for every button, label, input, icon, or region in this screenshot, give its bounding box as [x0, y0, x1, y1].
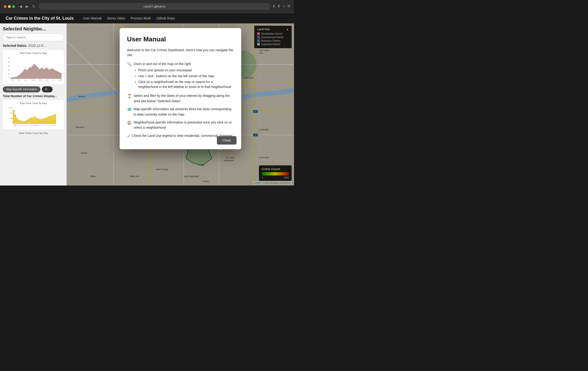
address-bar[interactable] [40, 3, 270, 10]
crime-date-chart-container: Total Crime Count by Date 50 40 30 20 10… [3, 50, 64, 84]
svg-rect-33 [24, 121, 25, 124]
svg-text:40: 40 [8, 61, 10, 63]
crime-date-chart-svg: 50 40 30 20 10 0 [5, 55, 62, 81]
svg-rect-50 [54, 114, 56, 124]
nav-user-manual[interactable]: User Manual [83, 16, 101, 20]
svg-rect-45 [45, 117, 47, 124]
traffic-lights [4, 5, 15, 8]
app-header: Car Crimes in the City of St. Louis User… [0, 13, 294, 23]
new-tab-icon[interactable]: ＋ [282, 4, 286, 9]
main-content: Selected Neighbo... Selected Dates: 2020… [0, 23, 294, 186]
selected-dates-label: Selected Dates: [3, 44, 27, 47]
nav-github-repo[interactable]: Github Repo [157, 16, 175, 20]
svg-rect-41 [38, 119, 40, 124]
svg-text:April: April [45, 79, 48, 81]
svg-rect-38 [33, 117, 34, 124]
back-button[interactable]: ◀ [18, 3, 23, 10]
svg-rect-27 [13, 110, 14, 124]
svg-text:0: 0 [9, 77, 10, 78]
nav-demo-video[interactable]: Demo Video [107, 16, 125, 20]
close-traffic-light[interactable] [4, 5, 7, 8]
zoom-sub-2: Use + and - buttons on the top left corn… [138, 74, 234, 79]
modal-item-zoom-text: Zoom in and out of the map on the right [134, 62, 191, 66]
svg-text:10: 10 [8, 73, 10, 75]
svg-rect-32 [22, 121, 24, 124]
svg-rect-48 [51, 116, 52, 124]
svg-text:0: 0 [11, 122, 12, 124]
svg-text:11: 11 [55, 125, 56, 126]
zoom-sub-3: Click on a neighborhood on the map or se… [138, 79, 234, 89]
download-icon[interactable]: ⬇ [272, 4, 275, 9]
svg-text:2: 2 [17, 125, 18, 126]
svg-rect-40 [36, 118, 38, 124]
svg-text:20: 20 [8, 69, 10, 71]
sidebar-neighborhood-title: Selected Neighbo... [3, 26, 64, 32]
app-container: Car Crimes in the City of St. Louis User… [0, 13, 294, 186]
zoom-sub-1: Pinch and spread on your mousepad [138, 68, 234, 73]
forward-button[interactable]: ▶ [24, 3, 30, 10]
svg-text:10: 10 [53, 125, 54, 126]
svg-rect-44 [43, 118, 45, 124]
svg-text:4: 4 [21, 125, 21, 126]
app-title: Car Crimes in the City of St. Louis [6, 16, 74, 21]
browser-chrome: ◀ ▶ ↻ ⬇ ⬆ ＋ ⧉ [0, 0, 294, 13]
svg-text:October: October [31, 79, 36, 81]
svg-text:12PM: 12PM [34, 125, 37, 126]
modal-item-dates-text: Select and filter by the dates of your i… [134, 93, 234, 104]
svg-rect-39 [35, 117, 36, 124]
tabs-icon[interactable]: ⧉ [288, 4, 290, 9]
map-icon: 🗺️ [127, 106, 132, 112]
svg-rect-37 [31, 117, 32, 124]
svg-text:10: 10 [31, 125, 32, 126]
svg-text:6: 6 [46, 125, 47, 126]
nav-process-book[interactable]: Process Book [131, 16, 151, 20]
modal-instructions-list: 🔍 Zoom in and out of the map on the righ… [127, 61, 234, 139]
svg-text:6: 6 [24, 125, 25, 126]
svg-rect-29 [17, 118, 18, 124]
modal-item-zoom-content: Zoom in and out of the map on the right … [134, 61, 234, 90]
svg-rect-43 [42, 119, 43, 124]
svg-text:1: 1 [37, 125, 38, 126]
svg-rect-47 [49, 116, 51, 124]
check-icon: ✓ [127, 133, 130, 139]
selected-dates-row: Selected Dates: 2020-12-0... [3, 44, 64, 48]
svg-text:8: 8 [50, 125, 51, 126]
svg-text:5: 5 [23, 125, 23, 126]
total-crimes-label: Total Number of Car Crimes Display... [3, 94, 64, 98]
svg-rect-42 [40, 119, 42, 124]
share-icon[interactable]: ⬆ [277, 4, 280, 9]
modal-overlay[interactable]: User Manual Welcome to the Car Crimes Da… [67, 23, 294, 186]
modal-item-map-specific: 🗺️ Map-specific information tab presents… [127, 106, 234, 117]
svg-rect-34 [25, 120, 27, 124]
modal-item-dates: ⏳ Select and filter by the dates of your… [127, 93, 234, 104]
svg-text:9: 9 [30, 125, 31, 126]
svg-text:July: July [52, 79, 54, 81]
crime-day-chart-title: Total Crime Count by Day [3, 132, 64, 134]
svg-text:2: 2 [39, 125, 40, 126]
svg-text:5: 5 [44, 125, 45, 126]
zoom-sublist: Pinch and spread on your mousepad Use + … [134, 68, 234, 89]
neighborhood-tab[interactable]: N... [42, 86, 53, 92]
svg-text:2023: 2023 [39, 79, 42, 81]
map-specific-tab[interactable]: Map-Specific Information [3, 86, 41, 92]
fullscreen-traffic-light[interactable] [12, 5, 15, 8]
svg-rect-36 [29, 118, 31, 124]
svg-text:500: 500 [10, 118, 12, 119]
svg-text:October: October [57, 79, 62, 81]
svg-rect-31 [20, 120, 22, 124]
map-area[interactable]: 162 111 203 15 13 157 Granite City Horse… [67, 23, 294, 186]
svg-text:April: April [18, 79, 21, 81]
svg-text:9: 9 [52, 125, 52, 126]
zoom-icon: 🔍 [127, 61, 132, 67]
svg-text:7: 7 [26, 125, 27, 126]
svg-text:1,500: 1,500 [9, 107, 12, 109]
modal-close-button[interactable]: Close [217, 136, 237, 145]
modal-item-neighborhood: 🏠 Neighborhood-specific information is p… [127, 120, 234, 130]
reload-button[interactable]: ↻ [31, 3, 37, 10]
neighborhood-search-input[interactable] [3, 33, 64, 41]
crime-hour-chart-container: Total Crime Count by Hour 1,500 1,000 50… [3, 100, 64, 129]
svg-text:12AM: 12AM [14, 125, 17, 126]
svg-text:30: 30 [8, 65, 10, 67]
minimize-traffic-light[interactable] [8, 5, 11, 8]
svg-text:11: 11 [33, 125, 34, 126]
